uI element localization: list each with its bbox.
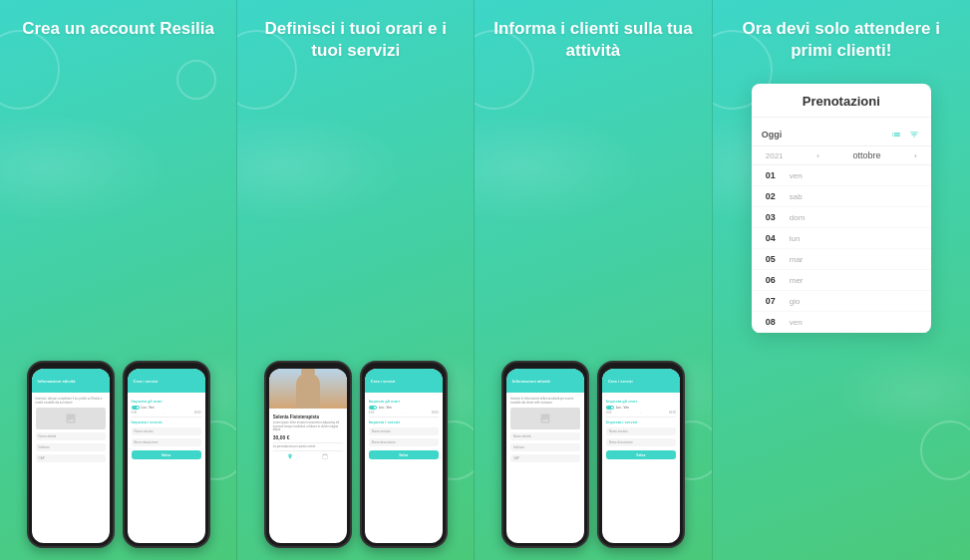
screen-2b-content: Imposta gli orari Lun - Ven 9:00 - 18:00… [365, 393, 443, 467]
calendar-days: 01 ven 02 sab 03 dom 04 lun 05 mar [752, 165, 931, 333]
photo-placeholder [36, 408, 106, 429]
phone-1a-screen: Informazioni attività Inserisci i dati p… [32, 369, 110, 543]
cap-field[interactable]: CAP [36, 454, 106, 462]
desc-3a: Inserisci le informazioni della tua atti… [510, 398, 580, 405]
nome-attivita-field[interactable]: Nome attività [36, 432, 106, 440]
salva-btn-2[interactable]: Salva [369, 450, 439, 459]
breve-desc-field[interactable]: Breve descrizione [132, 438, 201, 446]
day-num: 02 [766, 191, 790, 201]
time-start-3b: 9:00 [606, 411, 611, 415]
field-label: Indirizzo [513, 445, 524, 449]
photo-placeholder-3a [510, 408, 580, 429]
divider [369, 417, 439, 418]
imposta-servizi-3b: Imposta i servizi [606, 420, 676, 424]
day-row-3[interactable]: 03 dom [752, 207, 931, 228]
day-row-1[interactable]: 01 ven [752, 165, 931, 186]
main-container: Crea un account Resilia Informazioni att… [0, 0, 970, 560]
day-row-4[interactable]: 04 lun [752, 228, 931, 249]
field-label: Nome attività [513, 434, 531, 438]
time-sep: - [164, 411, 165, 415]
breve-desc-3b[interactable]: Breve descrizione [606, 438, 676, 446]
screen-header: Crea i servizi [128, 369, 205, 393]
screen-header: Informazioni attività [32, 369, 110, 393]
phone-1b-screen: Crea i servizi Imposta gli orari Lun - V… [128, 369, 205, 543]
phone-notch [293, 363, 323, 369]
day-row-2[interactable]: 02 sab [752, 186, 931, 207]
calendar-year: 2021 [766, 151, 784, 160]
divider [273, 442, 343, 443]
phone-2a-screen: Selenia Fisioterapista Lorem ipsum dolor… [269, 369, 347, 543]
filter-icon[interactable] [907, 128, 921, 141]
toggle-switch-3b[interactable] [606, 406, 614, 410]
time-start-2: 9:00 [369, 411, 374, 415]
list-icon[interactable] [889, 128, 903, 141]
indirizzo-field[interactable]: Indirizzo [36, 443, 106, 451]
day-name: gio [790, 297, 801, 306]
nome-attivita-label: Nome attività [39, 434, 57, 438]
panel-1: Crea un account Resilia Informazioni att… [0, 0, 236, 560]
nome-servizio-3b[interactable]: Nome servizio [606, 427, 676, 435]
indirizzo-3a[interactable]: Indirizzo [510, 443, 580, 451]
screen-header-text: Crea i servizi [134, 379, 159, 384]
toggle-switch-2[interactable] [369, 406, 377, 410]
panel-3: Informa i clienti sulla tua attività Inf… [474, 0, 711, 560]
phone-2a: Selenia Fisioterapista Lorem ipsum dolor… [264, 361, 352, 548]
time-end: 18:00 [194, 411, 201, 415]
phone-notch [389, 363, 419, 369]
day-num: 06 [766, 275, 790, 285]
screen-desc: Inserisci i dati per completare il tuo p… [36, 398, 106, 405]
field-label-2: Breve descrizione [372, 440, 396, 444]
cap-3a[interactable]: CAP [510, 454, 580, 462]
panel-2-phones: Selenia Fisioterapista Lorem ipsum dolor… [264, 76, 448, 548]
day-row-5[interactable]: 05 mar [752, 249, 931, 270]
phone-notch [152, 363, 181, 369]
nome-attivita-3a[interactable]: Nome attività [510, 432, 580, 440]
time-row: 9:00 - 18:00 [132, 411, 201, 415]
calendar-month: ottobre [852, 150, 880, 160]
field-label: Breve descrizione [609, 440, 633, 444]
day-name: sab [790, 192, 803, 201]
oggi-label: Oggi [762, 130, 783, 140]
day-name: ven [790, 171, 803, 180]
nome-servizio-2[interactable]: Nome servizio [369, 427, 439, 435]
screen-1a-content: Inserisci i dati per completare il tuo p… [32, 393, 110, 469]
toggle-row: Lun - Ven [132, 406, 201, 410]
screen-3b-content: Imposta gli orari Lun - Ven 9:00 - 18:00… [602, 393, 680, 467]
day-row-7[interactable]: 07 gio [752, 291, 931, 312]
salva-btn-3b[interactable]: Salva [606, 450, 676, 459]
tab-1[interactable]: · [273, 453, 308, 463]
field-label: Nome servizio [609, 429, 628, 433]
time-row-3b: 9:00 - 18:00 [606, 411, 676, 415]
phone-2b: Crea i servizi Imposta gli orari Lun - V… [360, 361, 448, 548]
field-label: Nome servizio [372, 429, 391, 433]
salva-btn[interactable]: Salva [132, 450, 201, 459]
nome-servizio-label: Nome servizio [135, 429, 154, 433]
phone-3b: Crea i servizi Imposta gli orari Lun - V… [597, 361, 685, 548]
panel-2-title: Definisci i tuoi orari e i tuoi servizi [249, 18, 462, 62]
tab-2[interactable]: · [308, 453, 343, 463]
breve-desc-2[interactable]: Breve descrizione [369, 438, 439, 446]
next-arrow[interactable]: › [914, 151, 917, 160]
day-name: mer [790, 276, 804, 285]
screen-2a-content: Selenia Fisioterapista Lorem ipsum dolor… [269, 409, 347, 469]
price: 30,00 € [273, 434, 343, 440]
screen-header-text: Informazioni attività [38, 379, 76, 384]
toggle-switch[interactable] [132, 406, 140, 410]
screen-header: Crea i servizi [365, 369, 443, 393]
person-head [301, 369, 315, 379]
divider [606, 417, 676, 418]
nome-servizio-field[interactable]: Nome servizio [132, 427, 201, 435]
day-row-8[interactable]: 08 ven [752, 312, 931, 333]
screen-header: Informazioni attività [506, 369, 584, 393]
prev-arrow[interactable]: ‹ [816, 151, 819, 160]
day-row-6[interactable]: 06 mer [752, 270, 931, 291]
panel-1-title: Crea un account Resilia [22, 18, 214, 40]
day-num: 01 [766, 170, 790, 180]
bottom-tabs: · · [273, 450, 343, 465]
calendar-title: Prenotazioni [766, 94, 917, 109]
imposta-orari-2: Imposta gli orari [369, 399, 439, 404]
time-row-2: 9:00 - 18:00 [369, 411, 439, 415]
phone-2b-screen: Crea i servizi Imposta gli orari Lun - V… [365, 369, 443, 543]
screen-header: Crea i servizi [602, 369, 680, 393]
indirizzo-label: Indirizzo [39, 445, 50, 449]
